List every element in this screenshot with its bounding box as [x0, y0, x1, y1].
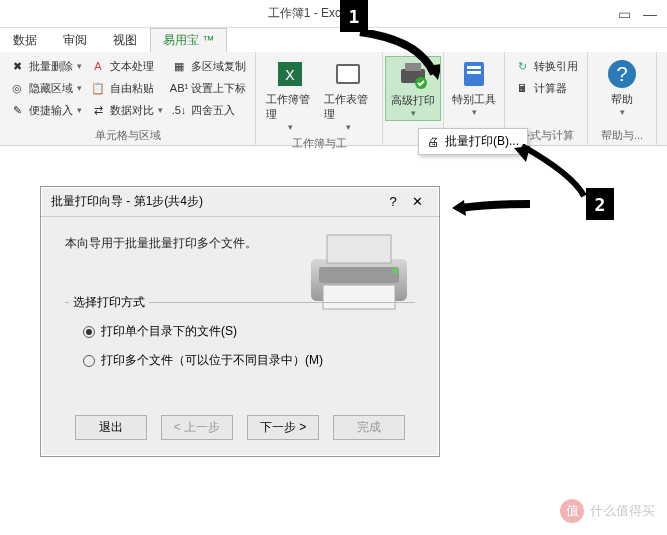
next-button[interactable]: 下一步 > [247, 415, 319, 440]
watermark-icon: 值 [560, 499, 584, 523]
printer-icon: 🖨 [427, 135, 439, 149]
finish-button[interactable]: 完成 [333, 415, 405, 440]
prev-button[interactable]: < 上一步 [161, 415, 233, 440]
free-paste-button[interactable]: 📋自由粘贴 [87, 78, 166, 98]
radio-icon [83, 355, 95, 367]
ribbon: ✖批量删除▾ ◎隐藏区域▾ ✎便捷输入▾ A文本处理 📋自由粘贴 ⇄数据对比▾ … [0, 52, 667, 146]
batch-print-dialog: 批量打印向导 - 第1步(共4步) ? ✕ 本向导用于批量批量打印多个文件。 选… [40, 186, 440, 457]
tab-bar: 数据 审阅 视图 易用宝 ™ [0, 28, 667, 52]
tab-easytool[interactable]: 易用宝 ™ [150, 28, 227, 52]
radio-icon [83, 326, 95, 338]
svg-text:X: X [285, 67, 295, 83]
window-buttons: ▭ — [618, 6, 667, 22]
svg-point-17 [392, 268, 398, 274]
workbook-manage-button[interactable]: X 工作簿管理▾ [262, 56, 318, 134]
dialog-title: 批量打印向导 - 第1步(共4步) [51, 193, 381, 210]
quick-input-button[interactable]: ✎便捷输入▾ [6, 100, 85, 120]
svg-rect-9 [467, 71, 481, 74]
edit-icon: ✎ [9, 102, 25, 118]
fieldset-legend: 选择打印方式 [69, 294, 149, 311]
group-help: ? 帮助▾ 帮助与... [588, 52, 657, 145]
text-icon: A [90, 58, 106, 74]
round-button[interactable]: .5↓四舍五入 [168, 100, 249, 120]
annotation-marker-1: 1 [340, 0, 368, 32]
dialog-help-button[interactable]: ? [381, 194, 405, 209]
window-title: 工作簿1 - Excel [0, 5, 618, 22]
calculator-button[interactable]: 🖩计算器 [511, 78, 581, 98]
watermark: 值 什么值得买 [560, 499, 655, 523]
svg-rect-16 [319, 267, 399, 283]
group-label: 单元格与区域 [6, 126, 249, 143]
exit-button[interactable]: 退出 [75, 415, 147, 440]
calculator-icon: 🖩 [514, 80, 530, 96]
group-cells: ✖批量删除▾ ◎隐藏区域▾ ✎便捷输入▾ A文本处理 📋自由粘贴 ⇄数据对比▾ … [0, 52, 256, 145]
data-compare-button[interactable]: ⇄数据对比▾ [87, 100, 166, 120]
print-mode-fieldset: 选择打印方式 打印单个目录下的文件(S) 打印多个文件（可以位于不同目录中）(M… [65, 302, 415, 385]
dialog-buttons: 退出 < 上一步 下一步 > 完成 [41, 403, 439, 456]
minimize-icon[interactable]: — [643, 6, 657, 22]
svg-rect-14 [327, 235, 391, 263]
compare-icon: ⇄ [90, 102, 106, 118]
tab-data[interactable]: 数据 [0, 28, 50, 52]
special-tools-button[interactable]: 特别工具▾ [446, 56, 502, 119]
title-bar: 工作簿1 - Excel ▭ — [0, 0, 667, 28]
help-icon: ? [606, 58, 638, 90]
watermark-text: 什么值得买 [590, 502, 655, 520]
paste-icon: 📋 [90, 80, 106, 96]
x-icon: ✖ [9, 58, 25, 74]
text-process-button[interactable]: A文本处理 [87, 56, 166, 76]
tab-view[interactable]: 视图 [100, 28, 150, 52]
workbook-icon: X [274, 58, 306, 90]
annotation-arrow-3 [452, 200, 532, 220]
tools-icon [458, 58, 490, 90]
round-icon: .5↓ [171, 102, 187, 118]
radio-multi-file[interactable]: 打印多个文件（可以位于不同目录中）(M) [75, 346, 405, 375]
eye-icon: ◎ [9, 80, 25, 96]
annotation-arrow-1 [350, 30, 440, 80]
group-label: 帮助与... [594, 126, 650, 143]
radio-single-dir[interactable]: 打印单个目录下的文件(S) [75, 317, 405, 346]
group-label: 工作簿与工 [262, 134, 376, 151]
svg-rect-8 [467, 66, 481, 69]
superscript-button[interactable]: AB¹设置上下标 [168, 78, 249, 98]
hide-area-button[interactable]: ◎隐藏区域▾ [6, 78, 85, 98]
help-button[interactable]: ? 帮助▾ [594, 56, 650, 119]
copy-icon: ▦ [171, 58, 187, 74]
multi-copy-button[interactable]: ▦多区域复制 [168, 56, 249, 76]
ribbon-collapse-icon[interactable]: ▭ [618, 6, 631, 22]
refresh-icon: ↻ [514, 58, 530, 74]
superscript-icon: AB¹ [171, 80, 187, 96]
tab-review[interactable]: 审阅 [50, 28, 100, 52]
dialog-close-button[interactable]: ✕ [405, 194, 429, 209]
batch-delete-button[interactable]: ✖批量删除▾ [6, 56, 85, 76]
convert-ref-button[interactable]: ↻转换引用 [511, 56, 581, 76]
dialog-titlebar: 批量打印向导 - 第1步(共4步) ? ✕ [41, 187, 439, 217]
svg-text:?: ? [616, 63, 627, 85]
